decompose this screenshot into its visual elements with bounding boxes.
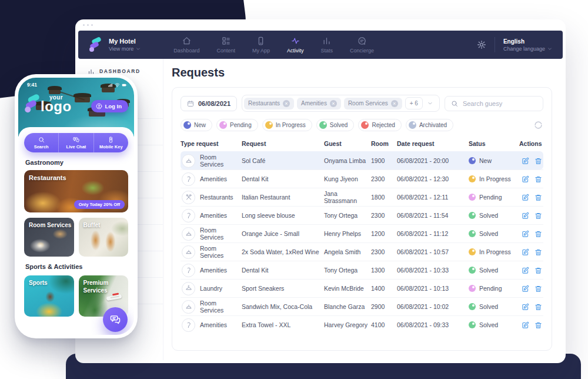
cell-guest: Tony Ortega xyxy=(324,212,371,219)
edit-request-button[interactable] xyxy=(522,194,529,201)
edit-request-button[interactable] xyxy=(522,230,529,238)
cloche-icon xyxy=(185,157,192,164)
delete-request-button[interactable] xyxy=(534,303,542,311)
cell-room: 2900 xyxy=(371,303,397,310)
more-filters-chip[interactable]: + 6 xyxy=(405,97,423,109)
nav-item-content[interactable]: Content xyxy=(216,36,235,54)
navbar-right: English Change language xyxy=(477,37,552,52)
table-row[interactable]: Room Services2x Soda Water, 1xRed WineAn… xyxy=(181,242,543,261)
delete-request-button[interactable] xyxy=(534,321,542,329)
edit-request-button[interactable] xyxy=(522,157,529,165)
delete-request-button[interactable] xyxy=(534,194,542,201)
login-button[interactable]: Log In xyxy=(91,100,129,112)
edit-request-button[interactable] xyxy=(522,285,529,292)
concierge-icon xyxy=(358,36,366,45)
cell-status: Pending xyxy=(469,194,519,201)
status-filter-solved[interactable]: Solved xyxy=(316,119,355,131)
table-row[interactable]: Room ServicesSandwich Mix, Coca-ColaBlan… xyxy=(181,297,543,315)
chat-icon xyxy=(73,137,79,143)
cell-status: Solved xyxy=(469,321,519,328)
quick-action-search[interactable]: Search xyxy=(24,133,58,152)
phone-statusbar: 9:41 xyxy=(27,82,127,88)
cell-status: Solved xyxy=(469,212,519,219)
view-more-dropdown[interactable]: View more xyxy=(109,46,141,52)
edit-request-button[interactable] xyxy=(522,267,529,274)
table-row[interactable]: AmenitiesDental KitTony Ortega130006/08/… xyxy=(181,261,543,279)
search-input[interactable] xyxy=(463,100,537,107)
filter-chip-restaurants[interactable]: Restaurants× xyxy=(244,98,294,109)
amenities-icon xyxy=(185,212,192,219)
delete-request-button[interactable] xyxy=(534,285,542,292)
type-icon-circle xyxy=(182,264,195,277)
cell-guest: Tony Ortega xyxy=(324,267,371,274)
room-services-card[interactable]: Room Services xyxy=(24,218,74,257)
restaurants-card[interactable]: Restaurants Only Today 20% Off xyxy=(24,170,128,212)
nav-item-my-app[interactable]: My App xyxy=(252,36,270,54)
bungalow-decor xyxy=(49,89,61,94)
delete-request-button[interactable] xyxy=(534,267,542,274)
window-content: DASHBOARD Requests xyxy=(78,59,563,360)
table-row[interactable]: AmenitiesDental KitKung Jiyeon230006/08/… xyxy=(181,169,543,188)
page-title: Requests xyxy=(172,66,552,79)
content-icon xyxy=(222,36,230,45)
cell-request: Dental Kit xyxy=(242,175,324,182)
status-filter-pending[interactable]: Pending xyxy=(216,119,258,131)
chevron-down-icon[interactable] xyxy=(427,101,433,106)
date-filter[interactable]: 06/08/2021 xyxy=(181,96,237,111)
cell-room: 1900 xyxy=(371,157,397,164)
status-filter-archivated[interactable]: Archivated xyxy=(406,119,453,131)
card-title: Buffet xyxy=(83,222,101,228)
table-row[interactable]: Room ServicesSol CaféOnyama Limba190006/… xyxy=(181,151,543,169)
gear-icon[interactable] xyxy=(477,40,486,49)
cell-guest: Kung Jiyeon xyxy=(324,175,371,182)
window-dots xyxy=(83,24,93,26)
nav-item-stats[interactable]: Stats xyxy=(320,36,333,54)
table-row[interactable]: AmenitiesLong sleeve blouseTony Ortega23… xyxy=(181,206,543,224)
delete-request-button[interactable] xyxy=(534,212,542,220)
filter-row: 06/08/2021 Restaurants×Amenities×Room Se… xyxy=(181,95,543,112)
language-switcher[interactable]: English Change language xyxy=(503,38,552,52)
nav-item-activity[interactable]: Activity xyxy=(287,36,304,54)
status-filter-rejected[interactable]: Rejected xyxy=(358,119,401,131)
sports-card[interactable]: Sports xyxy=(24,275,74,317)
table-row[interactable]: AmenitiesExtra Towel - XXLHarvey Gregory… xyxy=(181,315,543,334)
refresh-icon[interactable] xyxy=(533,120,543,130)
col-room: Room xyxy=(371,140,397,147)
edit-request-button[interactable] xyxy=(522,175,529,183)
filter-chip-amenities[interactable]: Amenities× xyxy=(297,98,341,109)
chat-fab-button[interactable] xyxy=(103,307,128,332)
signal-icon xyxy=(108,82,113,88)
filter-chip-room-services[interactable]: Room Services× xyxy=(344,98,402,109)
col-date-request: Date request xyxy=(397,140,469,147)
close-icon[interactable]: × xyxy=(330,100,337,107)
col-guest: Guest xyxy=(324,140,371,147)
edit-request-button[interactable] xyxy=(522,212,529,220)
close-icon[interactable]: × xyxy=(391,100,398,107)
quick-action-mobile-key[interactable]: Mobile Key xyxy=(93,133,128,152)
main-area: Requests 06/08/2021 Restaurants×Amenitie… xyxy=(163,59,565,360)
status-dot xyxy=(469,175,476,182)
table-row[interactable]: RestaurantsItalian RestaurantJana Strass… xyxy=(181,188,543,206)
cell-guest: Blanche Garza xyxy=(324,303,371,310)
table-row[interactable]: LaundrySport SneakersKevin McBride140006… xyxy=(181,279,543,297)
edit-request-button[interactable] xyxy=(522,321,529,329)
quick-action-live-chat[interactable]: Live Chat xyxy=(58,133,93,152)
buffet-card[interactable]: Buffet xyxy=(79,218,129,257)
delete-request-button[interactable] xyxy=(534,157,542,165)
cell-date: 06/08/2021 - 10:33 xyxy=(397,267,469,274)
table-row[interactable]: Room ServicesOrange Juice - SmallHenry P… xyxy=(181,224,543,242)
delete-request-button[interactable] xyxy=(534,248,542,256)
close-icon[interactable]: × xyxy=(283,100,290,107)
edit-request-button[interactable] xyxy=(522,303,529,311)
status-filter-in-progress[interactable]: In Progress xyxy=(262,119,312,131)
delete-request-button[interactable] xyxy=(534,175,542,183)
edit-request-button[interactable] xyxy=(522,248,529,256)
brand[interactable]: My Hotel View more xyxy=(89,37,141,52)
nav-item-dashboard[interactable]: Dashboard xyxy=(173,36,199,54)
type-icon-circle xyxy=(182,282,195,295)
nav-item-concierge[interactable]: Concierge xyxy=(350,36,374,54)
status-filter-new[interactable]: New xyxy=(181,119,212,131)
delete-request-button[interactable] xyxy=(534,230,542,238)
chat-icon xyxy=(110,314,121,325)
cell-request: Sandwich Mix, Coca-Cola xyxy=(242,303,324,310)
